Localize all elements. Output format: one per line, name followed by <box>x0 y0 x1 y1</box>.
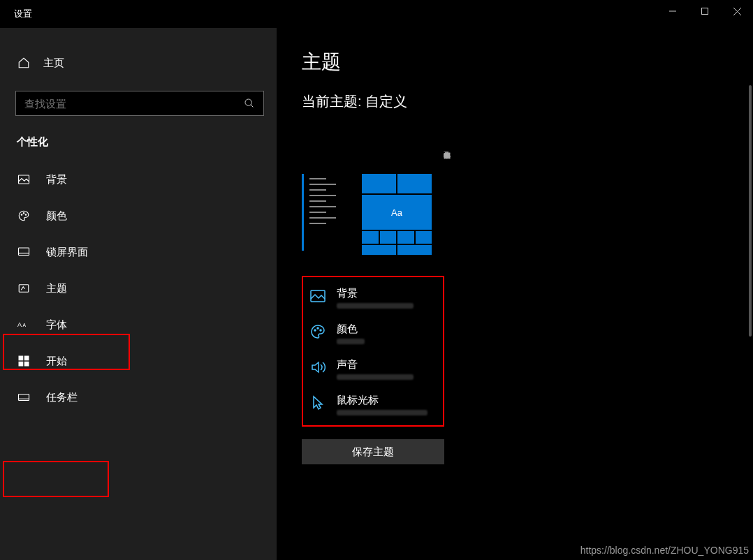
home-label: 主页 <box>43 57 64 70</box>
svg-rect-12 <box>19 285 29 293</box>
sidebar-item-colors[interactable]: 颜色 <box>0 198 277 234</box>
svg-rect-17 <box>19 362 24 367</box>
sidebar-item-label: 锁屏界面 <box>46 246 88 259</box>
svg-point-24 <box>320 330 321 331</box>
taskbar-icon <box>17 390 31 404</box>
opt-label: 声音 <box>337 358 414 371</box>
sound-icon <box>309 358 327 376</box>
maximize-button[interactable] <box>689 0 721 22</box>
sidebar: 主页 个性化 背景 颜色 锁屏界面 <box>0 28 277 560</box>
svg-point-8 <box>23 213 24 214</box>
sidebar-item-lockscreen[interactable]: 锁屏界面 <box>0 234 277 270</box>
picture-icon <box>309 287 327 305</box>
svg-text:A: A <box>23 323 27 327</box>
preview-menu <box>302 174 351 251</box>
theme-option-color[interactable]: 颜色 <box>303 316 443 351</box>
opt-label: 鼠标光标 <box>337 394 427 407</box>
window-buttons <box>657 0 753 22</box>
sidebar-item-label: 字体 <box>46 318 67 332</box>
svg-point-22 <box>314 330 316 331</box>
sidebar-item-taskbar[interactable]: 任务栏 <box>0 379 277 415</box>
svg-rect-10 <box>19 248 29 256</box>
theme-option-sound[interactable]: 声音 <box>303 351 443 387</box>
save-theme-button[interactable]: 保存主题 <box>302 439 444 464</box>
scrollbar[interactable] <box>749 85 752 337</box>
preview-tiles: Aa <box>362 174 432 251</box>
svg-rect-16 <box>24 356 29 361</box>
theme-icon <box>17 281 31 295</box>
minimize-button[interactable] <box>657 0 689 22</box>
start-icon <box>17 354 31 368</box>
opt-label: 背景 <box>337 287 414 300</box>
palette-icon <box>309 323 327 341</box>
opt-sub <box>337 339 365 344</box>
watermark: https://blog.csdn.net/ZHOU_YONG915 <box>580 545 749 556</box>
svg-rect-19 <box>19 395 29 401</box>
highlight-taskbar <box>3 461 109 497</box>
home-icon <box>17 56 31 70</box>
page-title: 主题 <box>302 49 728 75</box>
theme-option-cursor[interactable]: 鼠标光标 <box>303 387 443 422</box>
titlebar: 设置 <box>0 0 753 28</box>
svg-rect-1 <box>702 8 708 15</box>
home-link[interactable]: 主页 <box>0 49 277 77</box>
lockscreen-icon <box>17 245 31 259</box>
opt-sub <box>337 410 427 415</box>
sidebar-item-background[interactable]: 背景 <box>0 161 277 198</box>
window-title: 设置 <box>14 8 32 20</box>
svg-text:A: A <box>17 321 22 328</box>
svg-rect-15 <box>19 356 24 361</box>
svg-point-9 <box>25 214 27 216</box>
opt-sub <box>337 374 414 380</box>
fonts-icon: AA <box>17 318 31 332</box>
opt-sub <box>337 303 414 309</box>
search-box[interactable] <box>15 91 264 116</box>
svg-point-7 <box>21 214 22 216</box>
sidebar-item-fonts[interactable]: AA 字体 <box>0 307 277 343</box>
sidebar-item-label: 开始 <box>46 355 67 368</box>
svg-line-5 <box>251 105 253 107</box>
svg-point-4 <box>245 99 251 105</box>
palette-icon <box>17 209 31 223</box>
theme-option-background[interactable]: 背景 <box>303 280 443 316</box>
search-input[interactable] <box>16 98 235 110</box>
picture-icon <box>17 172 31 186</box>
close-button[interactable] <box>721 0 753 22</box>
sidebar-item-start[interactable]: 开始 <box>0 343 277 379</box>
nav: 背景 颜色 锁屏界面 主题 AA 字体 <box>0 161 277 415</box>
search-wrap <box>0 91 277 116</box>
cursor-icon <box>309 394 327 412</box>
sidebar-item-label: 主题 <box>46 282 67 295</box>
theme-preview: Aa 無小人都在自己的生命中 <box>302 139 497 251</box>
section-label: 个性化 <box>0 116 277 161</box>
sidebar-item-label: 任务栏 <box>46 391 78 404</box>
main-content: 主题 当前主题: 自定义 Aa 無小人都在自己的生命中 背景 <box>277 28 753 560</box>
svg-point-23 <box>317 327 319 329</box>
page-subtitle: 当前主题: 自定义 <box>302 92 728 111</box>
preview-aa-tile: Aa <box>362 195 432 230</box>
sidebar-item-label: 颜色 <box>46 209 67 223</box>
sidebar-item-theme[interactable]: 主题 <box>0 270 277 307</box>
theme-options-group: 背景 颜色 声音 <box>302 276 444 427</box>
sidebar-item-label: 背景 <box>46 173 67 186</box>
svg-rect-18 <box>24 362 29 367</box>
opt-label: 颜色 <box>337 323 365 336</box>
search-icon <box>235 98 263 109</box>
